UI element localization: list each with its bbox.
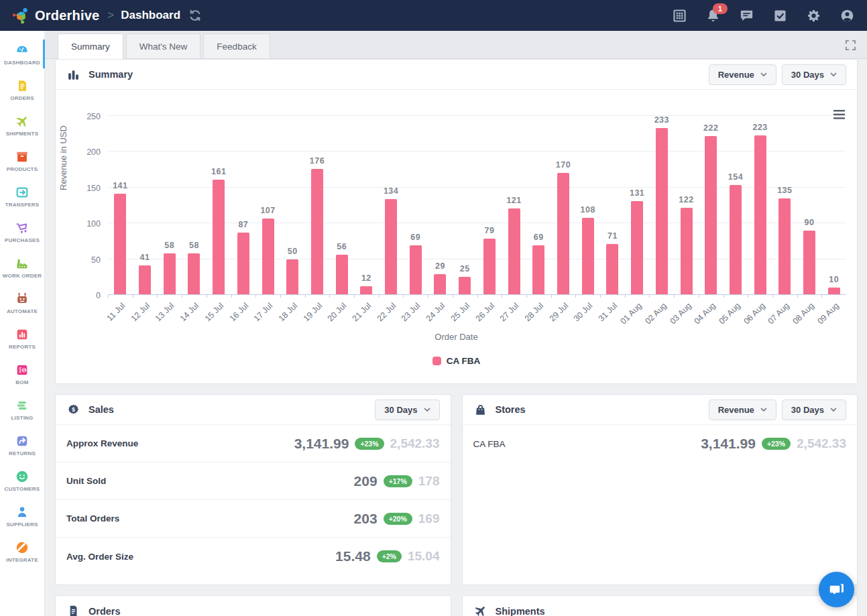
- revenue-chart: Revenue in USD 05010015020025014111 Jul4…: [56, 90, 857, 383]
- y-axis-tick: 50: [78, 255, 101, 265]
- reports-chart-icon: [15, 327, 30, 342]
- bar-slot: 7926 Jul: [477, 105, 502, 295]
- sidebar-item-bom[interactable]: $BOM: [0, 356, 44, 391]
- sidebar-item-label: DASHBOARD: [4, 60, 40, 66]
- sidebar-item-customers[interactable]: CUSTOMERS: [0, 463, 44, 498]
- chart-plot: 05010015020025014111 Jul4112 Jul5813 Jul…: [108, 105, 846, 295]
- metric-previous-value: 15.04: [408, 549, 440, 564]
- bar-value-label: 71: [608, 231, 618, 241]
- bar-value-label: 69: [534, 233, 544, 242]
- tasks-icon[interactable]: [772, 8, 788, 23]
- stores-range-dropdown[interactable]: 30 Days: [782, 399, 846, 420]
- bar-value-label: 154: [728, 172, 743, 182]
- bar-value-label: 79: [484, 226, 494, 235]
- logo-text: Orderhive: [35, 8, 99, 23]
- x-axis-label: Order Date: [56, 332, 857, 342]
- user-icon[interactable]: [840, 8, 855, 23]
- bar-slot: 5620 Jul: [329, 105, 354, 295]
- fullscreen-icon[interactable]: [845, 40, 856, 51]
- x-axis-tick-label: 12 Jul: [129, 301, 151, 323]
- sidebar-item-returns[interactable]: RETURNS: [0, 427, 44, 463]
- summary-metric-dropdown[interactable]: Revenue: [709, 64, 776, 85]
- sidebar-item-shipments[interactable]: SHIPMENTS: [0, 107, 44, 143]
- bar-slot: 17029 Jul: [551, 105, 576, 295]
- chat-bubbles-icon: [827, 580, 846, 599]
- change-badge: +20%: [384, 513, 412, 525]
- bar-value-label: 25: [460, 264, 470, 273]
- bar-23-jul: 69: [410, 245, 422, 295]
- bar-slot: 5814 Jul: [182, 105, 207, 295]
- tab-summary[interactable]: Summary: [58, 34, 123, 59]
- bar-value-label: 121: [506, 196, 521, 205]
- bar-slot: 2924 Jul: [428, 105, 453, 295]
- x-axis-tick-label: 15 Jul: [203, 301, 225, 323]
- refresh-icon[interactable]: [188, 9, 202, 22]
- chart-legend: CA FBA: [56, 356, 857, 366]
- shipments-card: Shipments: [462, 595, 858, 616]
- dollar-badge-icon: $: [66, 403, 80, 417]
- sidebar-item-dashboard[interactable]: DASHBOARD: [0, 36, 44, 72]
- chat-icon[interactable]: [739, 8, 754, 23]
- sidebar-item-purchases[interactable]: PURCHASES: [0, 214, 44, 249]
- top-navbar: Orderhive > Dashboard 1: [0, 0, 867, 31]
- summary-range-dropdown-value: 30 Days: [791, 70, 824, 80]
- sidebar-item-products[interactable]: PRODUCTS: [0, 143, 44, 178]
- x-axis-tick-label: 04 Aug: [693, 301, 717, 326]
- sidebar-item-integrate[interactable]: INTEGRATE: [0, 534, 44, 569]
- metric-previous-value: 169: [418, 511, 440, 526]
- bar-value-label: 161: [211, 167, 226, 176]
- bar-value-label: 233: [654, 115, 669, 125]
- orderhive-logo[interactable]: Orderhive: [12, 7, 99, 25]
- bar-12-jul: 41: [139, 265, 151, 295]
- bar-slot: 13507 Aug: [772, 105, 797, 295]
- plane-icon: [473, 604, 487, 616]
- stores-metric-dropdown[interactable]: Revenue: [709, 399, 776, 420]
- change-badge: +23%: [355, 438, 384, 450]
- bar-06-aug: 223: [754, 135, 766, 295]
- bar-value-label: 90: [805, 218, 815, 227]
- sidebar-item-label: CUSTOMERS: [5, 487, 40, 492]
- listing-rows-icon: [15, 398, 30, 413]
- bar-slot: 6928 Jul: [526, 105, 551, 295]
- bar-slot: 13422 Jul: [379, 105, 404, 295]
- bar-slot: 10717 Jul: [255, 105, 280, 295]
- sidebar-item-automate[interactable]: AUTOMATE: [0, 285, 44, 320]
- metric-row-avg-order-size: Avg. Order Size 15.48 +2% 15.04: [56, 538, 451, 575]
- sidebar-item-reports[interactable]: REPORTS: [0, 320, 44, 356]
- bar-02-aug: 233: [656, 128, 668, 295]
- sidebar-item-work-order[interactable]: WORK ORDER: [0, 249, 44, 285]
- bar-value-label: 12: [361, 273, 371, 283]
- calculator-icon[interactable]: [672, 8, 687, 23]
- metric-current-value: 3,141.99: [294, 436, 349, 452]
- chat-launcher[interactable]: [819, 572, 854, 607]
- bar-value-label: 131: [630, 188, 644, 198]
- bar-slot: 8716 Jul: [231, 105, 256, 295]
- bar-value-label: 50: [288, 247, 298, 256]
- tab-feedback[interactable]: Feedback: [203, 34, 270, 58]
- sales-card-title: Sales: [89, 404, 114, 415]
- stores-range-dropdown-value: 30 Days: [791, 405, 824, 415]
- summary-range-dropdown[interactable]: 30 Days: [782, 64, 846, 85]
- x-axis-tick-label: 07 Aug: [766, 301, 791, 326]
- bar-slot: 12127 Jul: [502, 105, 526, 295]
- bar-value-label: 176: [310, 156, 325, 166]
- products-box-icon: [15, 149, 30, 164]
- sales-range-dropdown[interactable]: 30 Days: [375, 399, 439, 420]
- sidebar-item-transfers[interactable]: TRANSFERS: [0, 178, 44, 214]
- bar-slot: 12203 Aug: [674, 105, 699, 295]
- bar-chart-icon: [66, 68, 80, 82]
- x-axis-tick-label: 03 Aug: [668, 301, 693, 326]
- gear-icon[interactable]: [806, 8, 821, 23]
- x-axis-tick-label: 23 Jul: [400, 301, 422, 323]
- bar-13-jul: 58: [164, 253, 176, 295]
- sidebar-item-orders[interactable]: ORDERS: [0, 72, 44, 107]
- tab-whats-new[interactable]: What's New: [126, 34, 201, 58]
- bell-icon[interactable]: 1: [705, 8, 721, 23]
- metric-current-value: 203: [354, 511, 378, 527]
- sidebar-item-listing[interactable]: LISTING: [0, 391, 44, 427]
- metric-label: Avg. Order Size: [66, 552, 133, 562]
- bar-value-label: 56: [337, 242, 347, 251]
- sidebar-item-suppliers[interactable]: SUPPLIERS: [0, 498, 44, 534]
- metric-previous-value: 2,542.33: [797, 436, 846, 451]
- y-axis-tick: 250: [78, 112, 101, 121]
